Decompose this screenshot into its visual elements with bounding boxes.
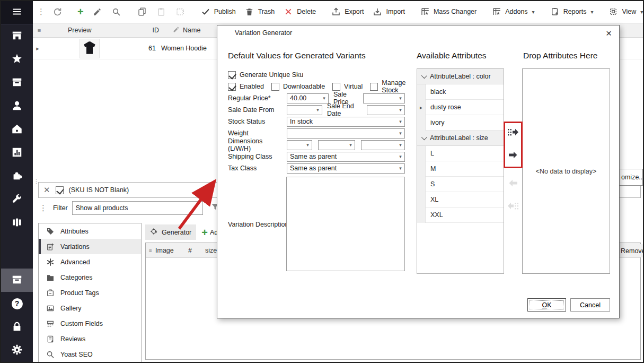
move-all-right-button[interactable] [506, 125, 520, 139]
generate-unique-sku-checkbox[interactable] [228, 71, 236, 79]
sidebar-item-settings[interactable] [1, 339, 33, 362]
menu-toggle-button[interactable] [1, 1, 33, 24]
toolbar-overflow-handle[interactable]: ⋮ [36, 7, 47, 16]
filter-select-input[interactable] [72, 201, 203, 215]
sidebar-item-shop[interactable] [1, 118, 33, 141]
shipping-class-select[interactable]: Same as parent▾ [287, 152, 405, 162]
tab-custom-fields[interactable]: Custom Fields [39, 316, 141, 331]
combo-caret-icon[interactable]: ▾ [396, 119, 404, 124]
tab-reviews[interactable]: Reviews [39, 331, 141, 347]
sidebar-item-tools[interactable] [1, 188, 33, 211]
grid-menu-icon[interactable]: ≡ [146, 247, 155, 253]
paste-button[interactable] [153, 4, 170, 19]
reports-button[interactable]: Reports▾ [546, 4, 597, 19]
paste-special-button[interactable] [172, 4, 189, 19]
grid-menu-icon[interactable]: ≡ [33, 27, 46, 33]
trash-button[interactable]: Trash [241, 4, 278, 19]
combo-caret-icon[interactable]: ▾ [396, 142, 404, 148]
tab-yoast-seo[interactable]: Yoast SEO [39, 347, 141, 362]
enabled-checkbox[interactable] [228, 83, 236, 91]
tab-variations[interactable]: Variations [39, 239, 141, 254]
tab-advanced[interactable]: Advanced [39, 254, 141, 270]
sidebar-item-reports[interactable] [1, 141, 33, 165]
combo-caret-icon[interactable]: ▾ [396, 154, 404, 159]
move-all-left-button[interactable] [506, 199, 520, 213]
column-header-preview[interactable]: Preview [46, 27, 130, 34]
attribute-row[interactable]: XXL [417, 208, 504, 223]
generator-button[interactable]: Generator [145, 224, 196, 240]
add-record-button[interactable]: + [74, 5, 87, 19]
dimension-height-select[interactable]: ▾ [361, 140, 405, 150]
combo-caret-icon[interactable]: ▾ [396, 96, 404, 101]
combo-caret-icon[interactable]: ▾ [396, 166, 404, 171]
clear-filter-icon[interactable]: ✕ [43, 185, 50, 195]
attribute-row[interactable]: ▸dusty rose [417, 100, 504, 115]
tab-product-tags[interactable]: Product Tags [39, 285, 141, 300]
attribute-group-color[interactable]: AttributeLabel : color [417, 69, 504, 84]
copy-button[interactable] [134, 4, 151, 19]
stock-status-select[interactable]: In stock▾ [287, 117, 405, 127]
combo-caret-icon[interactable]: ▾ [396, 131, 404, 136]
column-header-number[interactable]: # [188, 247, 202, 254]
attribute-row[interactable]: ivory [417, 115, 504, 131]
weight-select[interactable]: ▾ [287, 128, 405, 139]
attribute-row[interactable]: black [417, 84, 504, 100]
sidebar-item-products-active[interactable] [1, 269, 33, 292]
attribute-row[interactable]: XL [417, 192, 504, 208]
close-icon[interactable]: × [603, 28, 615, 38]
publish-button[interactable]: Publish [197, 4, 239, 19]
tax-class-select[interactable]: Same as parent▾ [287, 163, 405, 174]
regular-price-select[interactable]: 40.00▾ [287, 93, 329, 103]
customize-button-partial[interactable]: omize... [619, 169, 643, 186]
attribute-row[interactable]: M [417, 161, 504, 177]
remove-button-partial[interactable]: Remove [618, 244, 643, 257]
filter-drag-handle[interactable]: ⋮ [38, 203, 49, 213]
combo-caret-icon[interactable]: ▾ [304, 142, 312, 148]
mass-changer-button[interactable]: Mass Changer [417, 4, 480, 19]
sidebar-item-security[interactable] [1, 315, 33, 339]
column-header-size[interactable]: size [202, 247, 217, 254]
sidebar-item-favorites[interactable] [1, 48, 33, 71]
sidebar-item-store[interactable] [1, 24, 33, 48]
sidebar-item-help[interactable]: ? [1, 292, 33, 315]
drop-attributes-panel[interactable]: <No data to display> [522, 68, 610, 274]
sku-filter-checkbox[interactable] [56, 186, 64, 194]
sale-price-select[interactable]: ▾ [363, 93, 405, 103]
dimension-width-select[interactable]: ▾ [318, 140, 355, 150]
downloadable-checkbox[interactable] [271, 83, 279, 91]
tab-attributes[interactable]: Attributes [39, 223, 141, 239]
combo-caret-icon[interactable]: ▾ [320, 96, 328, 101]
edit-button[interactable] [89, 4, 106, 19]
sidebar-item-plugins[interactable] [1, 165, 33, 188]
ok-button[interactable]: OK [527, 298, 566, 312]
dialog-titlebar[interactable]: W Variation Generator × [217, 25, 619, 40]
column-header-name[interactable]: Name [159, 26, 200, 34]
column-header-image[interactable]: Image [155, 247, 188, 254]
view-button[interactable]: View▾ [605, 4, 644, 19]
cancel-button[interactable]: Cancel [570, 298, 610, 312]
move-right-button[interactable] [506, 148, 520, 162]
dimension-length-select[interactable]: ▾ [287, 140, 312, 150]
variation-description-textarea[interactable] [286, 177, 405, 271]
sale-end-date-select[interactable]: ▾ [367, 105, 405, 115]
manage-stock-checkbox[interactable] [370, 83, 378, 91]
attribute-row[interactable]: S [417, 177, 504, 192]
refresh-button[interactable] [49, 4, 66, 19]
combo-caret-icon[interactable]: ▾ [396, 107, 404, 113]
tab-categories[interactable]: Categories [39, 270, 141, 285]
sidebar-item-orders[interactable] [1, 71, 33, 94]
attribute-row[interactable]: L [417, 146, 504, 161]
import-button[interactable]: Import [369, 4, 408, 19]
export-button[interactable]: Export [328, 4, 367, 19]
row-expander-icon[interactable]: ▸ [33, 45, 42, 52]
search-button[interactable] [108, 4, 125, 19]
combo-caret-icon[interactable]: ▾ [347, 142, 355, 148]
virtual-checkbox[interactable] [332, 83, 340, 91]
column-header-id[interactable]: ID [130, 27, 159, 34]
addons-button[interactable]: Addons▾ [488, 4, 537, 19]
attribute-group-size[interactable]: AttributeLabel : size [417, 131, 504, 146]
sidebar-item-layout[interactable] [1, 211, 33, 235]
sale-date-from-select[interactable]: ▾ [287, 105, 322, 115]
tab-gallery[interactable]: Gallery [39, 300, 141, 316]
combo-caret-icon[interactable]: ▾ [314, 107, 322, 113]
